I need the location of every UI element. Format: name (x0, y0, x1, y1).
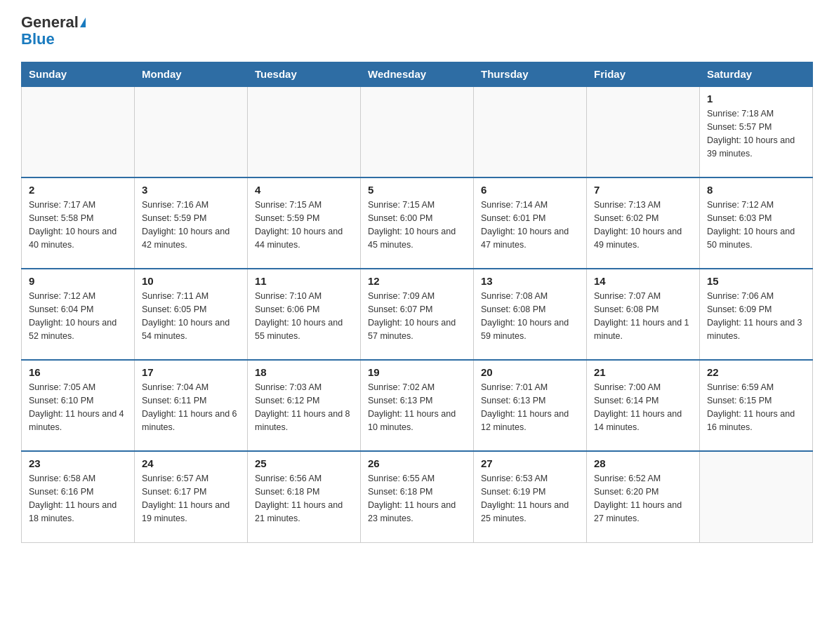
calendar-day-cell (22, 86, 135, 177)
logo-blue-text: Blue (21, 31, 55, 48)
day-sun-info: Sunrise: 7:08 AMSunset: 6:08 PMDaylight:… (481, 290, 579, 342)
day-number: 1 (707, 93, 805, 105)
logo-triangle-icon (80, 18, 86, 27)
day-number: 7 (594, 184, 692, 196)
calendar-day-cell: 14Sunrise: 7:07 AMSunset: 6:08 PMDayligh… (587, 269, 700, 360)
day-sun-info: Sunrise: 7:07 AMSunset: 6:08 PMDaylight:… (594, 290, 692, 342)
day-number: 2 (29, 184, 127, 196)
day-of-week-header: Tuesday (248, 62, 361, 87)
day-number: 10 (142, 275, 240, 287)
day-sun-info: Sunrise: 7:16 AMSunset: 5:59 PMDaylight:… (142, 199, 240, 251)
day-of-week-header: Sunday (22, 62, 135, 87)
calendar-day-cell: 27Sunrise: 6:53 AMSunset: 6:19 PMDayligh… (474, 451, 587, 542)
day-number: 16 (29, 366, 127, 378)
day-number: 5 (368, 184, 466, 196)
calendar-table: SundayMondayTuesdayWednesdayThursdayFrid… (21, 62, 813, 543)
day-sun-info: Sunrise: 7:09 AMSunset: 6:07 PMDaylight:… (368, 290, 466, 342)
day-number: 13 (481, 275, 579, 287)
day-of-week-header: Thursday (474, 62, 587, 87)
calendar-week-row: 9Sunrise: 7:12 AMSunset: 6:04 PMDaylight… (22, 269, 813, 360)
day-sun-info: Sunrise: 7:02 AMSunset: 6:13 PMDaylight:… (368, 381, 466, 434)
calendar-header-row: SundayMondayTuesdayWednesdayThursdayFrid… (22, 62, 813, 87)
day-number: 25 (255, 457, 353, 469)
day-number: 11 (255, 275, 353, 287)
day-of-week-header: Saturday (700, 62, 813, 87)
day-number: 20 (481, 366, 579, 378)
calendar-day-cell: 24Sunrise: 6:57 AMSunset: 6:17 PMDayligh… (135, 451, 248, 542)
day-sun-info: Sunrise: 7:15 AMSunset: 6:00 PMDaylight:… (368, 199, 466, 251)
calendar-day-cell (587, 86, 700, 177)
calendar-day-cell (474, 86, 587, 177)
day-number: 8 (707, 184, 805, 196)
calendar-day-cell (248, 86, 361, 177)
calendar-day-cell: 4Sunrise: 7:15 AMSunset: 5:59 PMDaylight… (248, 177, 361, 269)
page-header: General Blue (21, 14, 813, 48)
day-number: 27 (481, 457, 579, 469)
calendar-day-cell: 18Sunrise: 7:03 AMSunset: 6:12 PMDayligh… (248, 360, 361, 451)
calendar-day-cell: 11Sunrise: 7:10 AMSunset: 6:06 PMDayligh… (248, 269, 361, 360)
calendar-day-cell: 23Sunrise: 6:58 AMSunset: 6:16 PMDayligh… (22, 451, 135, 542)
calendar-day-cell: 1Sunrise: 7:18 AMSunset: 5:57 PMDaylight… (700, 86, 813, 177)
day-of-week-header: Monday (135, 62, 248, 87)
day-number: 19 (368, 366, 466, 378)
calendar-day-cell: 5Sunrise: 7:15 AMSunset: 6:00 PMDaylight… (361, 177, 474, 269)
calendar-day-cell: 6Sunrise: 7:14 AMSunset: 6:01 PMDaylight… (474, 177, 587, 269)
calendar-day-cell: 16Sunrise: 7:05 AMSunset: 6:10 PMDayligh… (22, 360, 135, 451)
day-number: 6 (481, 184, 579, 196)
calendar-day-cell: 26Sunrise: 6:55 AMSunset: 6:18 PMDayligh… (361, 451, 474, 542)
day-sun-info: Sunrise: 7:04 AMSunset: 6:11 PMDaylight:… (142, 381, 240, 434)
day-sun-info: Sunrise: 7:13 AMSunset: 6:02 PMDaylight:… (594, 199, 692, 251)
day-number: 26 (368, 457, 466, 469)
calendar-day-cell: 13Sunrise: 7:08 AMSunset: 6:08 PMDayligh… (474, 269, 587, 360)
calendar-day-cell (135, 86, 248, 177)
day-sun-info: Sunrise: 7:11 AMSunset: 6:05 PMDaylight:… (142, 290, 240, 342)
day-sun-info: Sunrise: 6:57 AMSunset: 6:17 PMDaylight:… (142, 472, 240, 525)
calendar-day-cell: 15Sunrise: 7:06 AMSunset: 6:09 PMDayligh… (700, 269, 813, 360)
day-sun-info: Sunrise: 7:14 AMSunset: 6:01 PMDaylight:… (481, 199, 579, 251)
day-number: 28 (594, 457, 692, 469)
day-sun-info: Sunrise: 6:52 AMSunset: 6:20 PMDaylight:… (594, 472, 692, 525)
day-sun-info: Sunrise: 6:56 AMSunset: 6:18 PMDaylight:… (255, 472, 353, 525)
calendar-day-cell (361, 86, 474, 177)
day-sun-info: Sunrise: 7:15 AMSunset: 5:59 PMDaylight:… (255, 199, 353, 251)
day-sun-info: Sunrise: 7:05 AMSunset: 6:10 PMDaylight:… (29, 381, 127, 434)
calendar-day-cell: 3Sunrise: 7:16 AMSunset: 5:59 PMDaylight… (135, 177, 248, 269)
calendar-week-row: 23Sunrise: 6:58 AMSunset: 6:16 PMDayligh… (22, 451, 813, 542)
day-of-week-header: Wednesday (361, 62, 474, 87)
calendar-day-cell: 20Sunrise: 7:01 AMSunset: 6:13 PMDayligh… (474, 360, 587, 451)
calendar-day-cell: 21Sunrise: 7:00 AMSunset: 6:14 PMDayligh… (587, 360, 700, 451)
day-sun-info: Sunrise: 7:06 AMSunset: 6:09 PMDaylight:… (707, 290, 805, 342)
day-number: 24 (142, 457, 240, 469)
day-sun-info: Sunrise: 6:59 AMSunset: 6:15 PMDaylight:… (707, 381, 805, 434)
day-number: 3 (142, 184, 240, 196)
day-number: 14 (594, 275, 692, 287)
calendar-day-cell: 17Sunrise: 7:04 AMSunset: 6:11 PMDayligh… (135, 360, 248, 451)
day-sun-info: Sunrise: 7:00 AMSunset: 6:14 PMDaylight:… (594, 381, 692, 434)
day-sun-info: Sunrise: 6:53 AMSunset: 6:19 PMDaylight:… (481, 472, 579, 525)
day-sun-info: Sunrise: 7:10 AMSunset: 6:06 PMDaylight:… (255, 290, 353, 342)
calendar-week-row: 2Sunrise: 7:17 AMSunset: 5:58 PMDaylight… (22, 177, 813, 269)
calendar-day-cell: 2Sunrise: 7:17 AMSunset: 5:58 PMDaylight… (22, 177, 135, 269)
calendar-day-cell: 9Sunrise: 7:12 AMSunset: 6:04 PMDaylight… (22, 269, 135, 360)
day-number: 9 (29, 275, 127, 287)
calendar-week-row: 16Sunrise: 7:05 AMSunset: 6:10 PMDayligh… (22, 360, 813, 451)
day-sun-info: Sunrise: 7:18 AMSunset: 5:57 PMDaylight:… (707, 107, 805, 160)
calendar-day-cell: 22Sunrise: 6:59 AMSunset: 6:15 PMDayligh… (700, 360, 813, 451)
calendar-day-cell: 19Sunrise: 7:02 AMSunset: 6:13 PMDayligh… (361, 360, 474, 451)
day-number: 12 (368, 275, 466, 287)
day-number: 17 (142, 366, 240, 378)
day-sun-info: Sunrise: 6:55 AMSunset: 6:18 PMDaylight:… (368, 472, 466, 525)
day-sun-info: Sunrise: 7:17 AMSunset: 5:58 PMDaylight:… (29, 199, 127, 251)
day-number: 23 (29, 457, 127, 469)
day-number: 22 (707, 366, 805, 378)
day-of-week-header: Friday (587, 62, 700, 87)
day-sun-info: Sunrise: 7:12 AMSunset: 6:03 PMDaylight:… (707, 199, 805, 251)
calendar-day-cell: 7Sunrise: 7:13 AMSunset: 6:02 PMDaylight… (587, 177, 700, 269)
logo: General Blue (21, 14, 86, 48)
day-sun-info: Sunrise: 7:01 AMSunset: 6:13 PMDaylight:… (481, 381, 579, 434)
day-sun-info: Sunrise: 7:12 AMSunset: 6:04 PMDaylight:… (29, 290, 127, 342)
day-sun-info: Sunrise: 6:58 AMSunset: 6:16 PMDaylight:… (29, 472, 127, 525)
calendar-day-cell: 25Sunrise: 6:56 AMSunset: 6:18 PMDayligh… (248, 451, 361, 542)
logo-general-text: General (21, 14, 79, 31)
day-number: 15 (707, 275, 805, 287)
